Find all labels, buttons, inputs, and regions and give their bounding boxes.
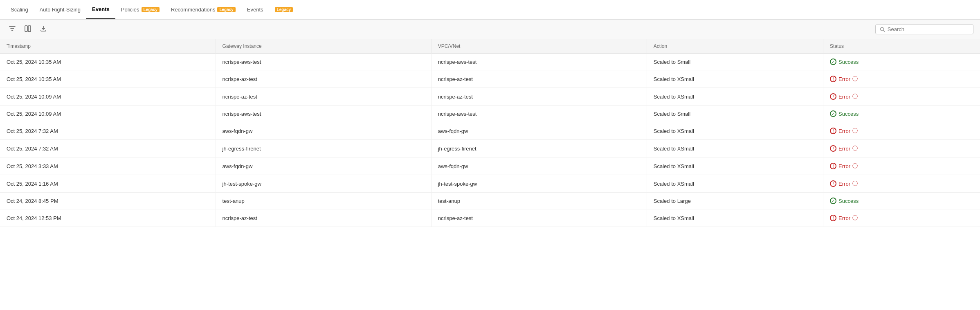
cell-gateway: ncrispe-aws-test <box>216 54 431 70</box>
table-row: Oct 25, 2024 3:33 AM aws-fqdn-gw aws-fqd… <box>0 157 980 175</box>
columns-icon[interactable] <box>22 24 34 35</box>
status-label: Error <box>838 76 850 82</box>
cell-vpc: aws-fqdn-gw <box>431 122 647 140</box>
status-label: Error <box>838 128 850 134</box>
search-icon <box>880 27 885 32</box>
cell-vpc: test-anup <box>431 193 647 209</box>
cell-action: Scaled to Small <box>647 106 823 122</box>
cell-gateway: ncrispe-aws-test <box>216 106 431 122</box>
tab-events2[interactable]: Events <box>241 0 269 19</box>
status-success: ✓ Success <box>830 198 973 204</box>
cell-action: Scaled to XSmall <box>647 140 823 157</box>
status-error: ! Error ⓘ <box>830 93 973 100</box>
cell-gateway: aws-fqdn-gw <box>216 122 431 140</box>
nav-tabs: Scaling Auto Right-Sizing Events Policie… <box>0 0 980 20</box>
status-error: ! Error ⓘ <box>830 180 973 187</box>
cell-gateway: ncrispe-az-test <box>216 70 431 88</box>
status-label: Error <box>838 215 850 221</box>
cell-status: ✓ Success <box>823 193 980 209</box>
status-label: Success <box>838 111 859 117</box>
cell-gateway: ncrispe-az-test <box>216 88 431 106</box>
cell-status: ! Error ⓘ <box>823 157 980 175</box>
table-row: Oct 25, 2024 1:16 AM jh-test-spoke-gw jh… <box>0 175 980 193</box>
cell-action: Scaled to XSmall <box>647 157 823 175</box>
table-row: Oct 25, 2024 7:32 AM jh-egress-firenet j… <box>0 140 980 157</box>
error-icon: ! <box>830 145 836 152</box>
col-header-vpc: VPC/VNet <box>431 39 647 54</box>
error-icon: ! <box>830 128 836 134</box>
col-header-gateway: Gateway Instance <box>216 39 431 54</box>
search-input[interactable] <box>888 26 969 32</box>
cell-vpc: ncrispe-az-test <box>431 209 647 227</box>
error-info-icon[interactable]: ⓘ <box>852 162 858 170</box>
cell-gateway: aws-fqdn-gw <box>216 157 431 175</box>
success-icon: ✓ <box>830 110 836 117</box>
cell-status: ✓ Success <box>823 106 980 122</box>
status-label: Error <box>838 163 850 169</box>
cell-action: Scaled to XSmall <box>647 122 823 140</box>
cell-timestamp: Oct 25, 2024 7:32 AM <box>0 122 216 140</box>
error-info-icon[interactable]: ⓘ <box>852 127 858 135</box>
status-error: ! Error ⓘ <box>830 214 973 222</box>
status-success: ✓ Success <box>830 110 973 117</box>
status-success: ✓ Success <box>830 58 973 65</box>
legacy2-badge: Legacy <box>275 7 293 12</box>
cell-timestamp: Oct 25, 2024 10:35 AM <box>0 70 216 88</box>
cell-action: Scaled to XSmall <box>647 175 823 193</box>
success-icon: ✓ <box>830 58 836 65</box>
tab-recommendations[interactable]: Recommendations Legacy <box>165 0 241 19</box>
cell-gateway: jh-egress-firenet <box>216 140 431 157</box>
cell-vpc: ncrispe-az-test <box>431 70 647 88</box>
cell-timestamp: Oct 25, 2024 3:33 AM <box>0 157 216 175</box>
cell-status: ✓ Success <box>823 54 980 70</box>
table-row: Oct 25, 2024 10:35 AM ncrispe-aws-test n… <box>0 54 980 70</box>
svg-rect-1 <box>28 26 31 31</box>
status-error: ! Error ⓘ <box>830 127 973 135</box>
cell-status: ! Error ⓘ <box>823 209 980 227</box>
status-label: Error <box>838 146 850 152</box>
cell-timestamp: Oct 24, 2024 12:53 PM <box>0 209 216 227</box>
cell-status: ! Error ⓘ <box>823 70 980 88</box>
tab-legacy2[interactable]: Legacy <box>269 0 299 19</box>
cell-vpc: jh-egress-firenet <box>431 140 647 157</box>
error-info-icon[interactable]: ⓘ <box>852 180 858 187</box>
cell-timestamp: Oct 25, 2024 1:16 AM <box>0 175 216 193</box>
tab-events[interactable]: Events <box>86 0 115 19</box>
tab-auto-right-sizing[interactable]: Auto Right-Sizing <box>34 0 86 19</box>
cell-timestamp: Oct 25, 2024 7:32 AM <box>0 140 216 157</box>
cell-gateway: jh-test-spoke-gw <box>216 175 431 193</box>
tab-scaling[interactable]: Scaling <box>5 0 34 19</box>
cell-action: Scaled to Large <box>647 193 823 209</box>
search-box <box>875 24 973 34</box>
cell-gateway: test-anup <box>216 193 431 209</box>
filter-icon[interactable] <box>7 24 18 35</box>
table-row: Oct 25, 2024 10:09 AM ncrispe-az-test nc… <box>0 88 980 106</box>
table-row: Oct 24, 2024 8:45 PM test-anup test-anup… <box>0 193 980 209</box>
status-label: Success <box>838 59 859 65</box>
cell-vpc: ncrispe-aws-test <box>431 54 647 70</box>
col-header-action: Action <box>647 39 823 54</box>
error-info-icon[interactable]: ⓘ <box>852 214 858 222</box>
error-info-icon[interactable]: ⓘ <box>852 75 858 83</box>
cell-action: Scaled to XSmall <box>647 88 823 106</box>
cell-status: ! Error ⓘ <box>823 88 980 106</box>
error-icon: ! <box>830 76 836 82</box>
error-icon: ! <box>830 215 836 221</box>
recommendations-legacy-badge: Legacy <box>217 7 235 12</box>
cell-vpc: aws-fqdn-gw <box>431 157 647 175</box>
success-icon: ✓ <box>830 198 836 204</box>
table-container: Timestamp Gateway Instance VPC/VNet Acti… <box>0 39 980 227</box>
error-icon: ! <box>830 93 836 100</box>
error-icon: ! <box>830 163 836 169</box>
table-header-row: Timestamp Gateway Instance VPC/VNet Acti… <box>0 39 980 54</box>
error-info-icon[interactable]: ⓘ <box>852 93 858 100</box>
error-info-icon[interactable]: ⓘ <box>852 145 858 152</box>
cell-timestamp: Oct 25, 2024 10:09 AM <box>0 106 216 122</box>
tab-policies[interactable]: Policies Legacy <box>115 0 165 19</box>
table-row: Oct 25, 2024 10:35 AM ncrispe-az-test nc… <box>0 70 980 88</box>
cell-timestamp: Oct 24, 2024 8:45 PM <box>0 193 216 209</box>
status-label: Success <box>838 198 859 204</box>
status-error: ! Error ⓘ <box>830 162 973 170</box>
cell-action: Scaled to XSmall <box>647 70 823 88</box>
download-icon[interactable] <box>38 24 49 35</box>
